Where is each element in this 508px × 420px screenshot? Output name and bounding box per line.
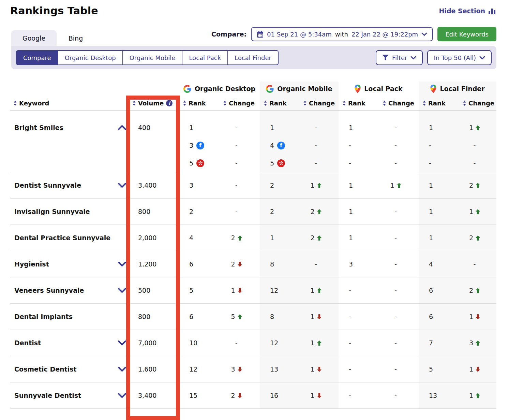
rank-line: 5 <box>260 154 300 172</box>
change-value: - <box>394 392 397 399</box>
sort-arrows-icon <box>463 101 466 106</box>
change-cell-local-pack: - <box>379 199 419 225</box>
keyword-label: Veneers Sunnyvale <box>14 287 84 294</box>
sort-rank-header-local-pack[interactable]: Rank <box>339 96 379 110</box>
chevron-down-row-icon[interactable] <box>118 393 126 398</box>
rank-line: - <box>419 154 460 172</box>
change-cell-local-finder: 2 <box>460 277 496 303</box>
change-cell-local-finder: 1 <box>460 356 496 382</box>
tab-bing[interactable]: Bing <box>57 30 95 46</box>
rank-line: - <box>339 136 379 154</box>
sort-rank-header-local-finder[interactable]: Rank <box>419 96 460 110</box>
google-icon <box>266 85 274 93</box>
view-tab-organic-mobile[interactable]: Organic Mobile <box>122 50 183 65</box>
tab-google[interactable]: Google <box>11 30 57 46</box>
change-line: 1 <box>300 365 339 373</box>
change-line: 2 <box>300 234 339 242</box>
calendar-icon <box>257 31 264 38</box>
chevron-down-icon <box>479 56 485 60</box>
view-tab-local-finder[interactable]: Local Finder <box>227 50 279 65</box>
filter-button[interactable]: Filter <box>376 50 423 65</box>
rank-cell-organic-mobile: 14f5 <box>260 111 300 172</box>
sort-arrows-icon <box>383 101 386 106</box>
rank-line: 5 <box>179 287 220 294</box>
compare-date-range-button[interactable]: 01 Sep 21 @ 5:34am with 22 Jan 22 @ 19:2… <box>251 27 433 41</box>
view-tab-local-pack[interactable]: Local Pack <box>182 50 228 65</box>
change-value: - <box>394 365 397 373</box>
chevron-down-row-icon[interactable] <box>118 262 126 266</box>
arrow-down-icon <box>476 314 480 319</box>
chevron-up-icon[interactable] <box>118 125 126 130</box>
rank-value: 4 <box>270 142 274 149</box>
change-line: 2 <box>220 234 260 242</box>
hide-section-button[interactable]: Hide Section <box>439 7 496 15</box>
sort-change-header-local-pack[interactable]: Change <box>379 96 419 110</box>
change-value: - <box>235 182 238 189</box>
rank-cell-local-finder: 7 <box>419 330 460 356</box>
change-cell-local-finder: 1 <box>460 382 496 408</box>
chevron-down-row-icon[interactable] <box>118 288 126 293</box>
chevron-down-row-icon[interactable] <box>118 183 126 188</box>
change-line: 1 <box>300 392 339 399</box>
change-line: 1 <box>379 182 419 189</box>
table-row: Veneers Sunnyvale50051121--62 <box>10 277 496 304</box>
change-value: 1 <box>310 365 314 373</box>
rank-line: - <box>419 136 460 154</box>
sort-change-header-local-finder[interactable]: Change <box>460 96 496 110</box>
info-icon[interactable]: i <box>166 100 173 106</box>
change-value: - <box>235 142 238 149</box>
rank-cell-organic-desktop: 4 <box>179 225 220 251</box>
rank-line: 3 <box>179 182 220 189</box>
sort-change-header-organic-mobile[interactable]: Change <box>300 96 339 110</box>
sort-keyword-header[interactable]: Keyword <box>10 96 128 110</box>
view-tab-compare[interactable]: Compare <box>16 50 58 65</box>
change-line: - <box>379 154 419 172</box>
rank-value: - <box>429 159 431 167</box>
change-line: 2 <box>460 287 496 294</box>
change-cell-organic-mobile: 1 <box>300 304 339 330</box>
change-value: 1 <box>310 287 314 294</box>
rank-value: 5 <box>189 159 193 167</box>
rank-value: - <box>349 159 351 167</box>
rank-line: 13 <box>260 365 300 373</box>
table-row: Sunnyvale Dentist3,400152161--131 <box>10 382 496 409</box>
rank-line: 1 <box>419 234 460 242</box>
rank-value: 7 <box>429 339 433 347</box>
rank-value: 4 <box>429 260 433 268</box>
rank-line: 16 <box>260 392 300 399</box>
change-value: 2 <box>469 287 473 294</box>
sort-volume-header[interactable]: Volumei <box>128 96 179 110</box>
rank-value: 15 <box>189 392 197 399</box>
sort-rank-header-organic-desktop[interactable]: Rank <box>179 96 220 110</box>
volume-value: 1,200 <box>128 260 179 268</box>
rank-line: 4 <box>419 260 460 268</box>
change-cell-local-pack: - <box>379 225 419 251</box>
volume-value: 2,000 <box>128 234 179 242</box>
rank-cell-organic-desktop: 6 <box>179 251 220 277</box>
change-value: 2 <box>469 234 473 242</box>
change-value: - <box>235 339 238 347</box>
sort-rank-header-organic-mobile[interactable]: Rank <box>260 96 300 110</box>
change-cell-local-finder: 2 <box>460 225 496 251</box>
rank-line: 1 <box>179 119 220 136</box>
rank-cell-organic-mobile: 13 <box>260 356 300 382</box>
rank-cell-local-finder: 1-- <box>419 111 460 172</box>
change-value: 1 <box>469 313 473 320</box>
rank-line: 5 <box>419 365 460 373</box>
change-value: - <box>394 159 397 167</box>
top-filter-button[interactable]: In Top 50 (All) <box>427 50 492 65</box>
arrow-up-icon <box>317 183 322 188</box>
arrow-up-icon <box>238 235 242 241</box>
change-line: - <box>379 313 419 320</box>
change-cell-local-pack: --- <box>379 111 419 172</box>
sort-change-header-organic-desktop[interactable]: Change <box>220 96 260 110</box>
rank-value: 16 <box>270 392 278 399</box>
edit-keywords-button[interactable]: Edit Keywords <box>437 27 496 41</box>
rank-line: 2 <box>179 208 220 215</box>
chevron-down-row-icon[interactable] <box>118 341 126 345</box>
change-value: - <box>394 339 397 347</box>
rank-cell-local-finder: 6 <box>419 277 460 303</box>
change-line: 1 <box>300 339 339 347</box>
chevron-down-row-icon[interactable] <box>118 367 126 372</box>
view-tab-organic-desktop[interactable]: Organic Desktop <box>58 50 123 65</box>
